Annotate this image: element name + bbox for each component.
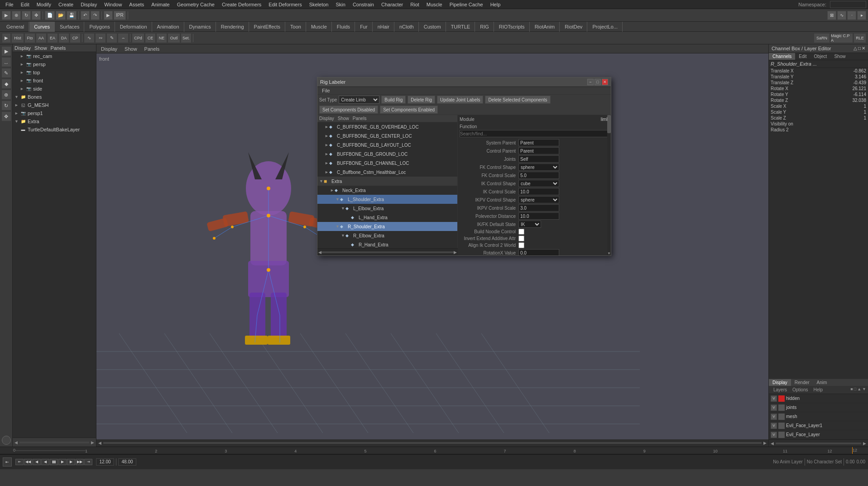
menu-edit[interactable]: Edit xyxy=(17,2,33,7)
icon-pencil[interactable]: ✎ xyxy=(106,33,117,43)
fk-scale-input[interactable] xyxy=(518,172,559,179)
dialog-tree-show[interactable]: Show xyxy=(338,116,349,121)
layer-tab-render[interactable]: Render xyxy=(791,379,813,386)
menu-riot[interactable]: Riot xyxy=(407,2,423,7)
playback-play[interactable]: ▶ xyxy=(58,459,67,465)
tab-painteffects[interactable]: PaintEffects xyxy=(249,22,286,32)
toolbar-open[interactable]: 📂 xyxy=(56,11,66,20)
playback-prev-frame[interactable]: ◀ xyxy=(33,459,41,465)
tree-scrollbar[interactable] xyxy=(321,251,454,253)
playback-next-frame[interactable]: ▶ xyxy=(67,459,75,465)
props-scroll-thumb[interactable] xyxy=(607,115,611,133)
current-frame-input[interactable] xyxy=(96,458,114,466)
channel-translate-x[interactable]: Translate X -0.862 xyxy=(769,68,868,74)
layer-scroll-right[interactable]: ▶ xyxy=(863,441,866,446)
anim-first-key[interactable]: ⇤ xyxy=(3,457,12,467)
toolbar-select[interactable]: ▶ xyxy=(2,11,11,20)
tab-riotanim[interactable]: RiotAnim xyxy=(530,22,560,32)
tab-rig[interactable]: RIG xyxy=(475,22,494,32)
channel-scale-x[interactable]: Scale X 1 xyxy=(769,103,868,109)
channel-scale-y[interactable]: Scale Y 1 xyxy=(769,109,868,115)
tree-item-layout[interactable]: ► ◆ C_BUFFBONE_GLB_LAYOUT_LOC xyxy=(317,140,457,149)
tool-paint[interactable]: ✎ xyxy=(1,68,11,78)
dialog-tree-display[interactable]: Display xyxy=(319,116,334,121)
layer-tab-display[interactable]: Display xyxy=(769,379,791,386)
tool-lasso[interactable]: ⎵ xyxy=(1,57,11,67)
toolbar-render[interactable]: ▶ xyxy=(104,11,113,20)
outliner-item-rec-cam[interactable]: ► 📷 rec_cam xyxy=(13,52,96,60)
tree-scroll-left[interactable]: ◀ xyxy=(318,250,321,255)
tree-item-channel[interactable]: ► ◆ BUFFBONE_GLB_CHANNEL_LOC xyxy=(317,159,457,168)
snap-point[interactable]: ⋅ xyxy=(847,11,856,20)
invert-checkbox[interactable] xyxy=(518,236,524,241)
channel-scale-z[interactable]: Scale Z 1 xyxy=(769,115,868,121)
view-display-menu[interactable]: Display xyxy=(98,46,120,52)
menu-assets[interactable]: Assets xyxy=(125,2,148,7)
tab-riotdev[interactable]: RiotDev xyxy=(560,22,587,32)
cb-close-icon[interactable]: ✕ xyxy=(862,46,865,51)
viewport-hscroll[interactable] xyxy=(103,442,762,444)
icon-curve-ep[interactable]: ∿ xyxy=(84,33,95,43)
align-ik-checkbox[interactable] xyxy=(518,242,524,248)
channel-translate-y[interactable]: Translate Y 3.146 xyxy=(769,74,868,80)
delete-selected-components-btn[interactable]: Delete Selected Components xyxy=(485,96,550,104)
tool-sculpt[interactable]: ◆ xyxy=(1,79,11,89)
menu-skin[interactable]: Skin xyxy=(332,2,349,7)
outliner-item-top[interactable]: ► 📷 top xyxy=(13,68,96,77)
menu-pipeline-cache[interactable]: Pipeline Cache xyxy=(446,2,487,7)
menu-character[interactable]: Character xyxy=(378,2,407,7)
cb-tab-show[interactable]: Show xyxy=(830,53,849,60)
ikpv-shape-select[interactable]: sphere cube xyxy=(518,196,559,203)
icon-aa[interactable]: AA xyxy=(36,33,47,43)
cb-expand-icon[interactable]: □ xyxy=(858,46,861,51)
tab-general[interactable]: General xyxy=(2,22,29,32)
set-components-disabled-btn[interactable]: Set Components Disabled xyxy=(319,106,378,114)
tab-ncloth[interactable]: nCloth xyxy=(395,22,419,32)
tree-item-l-shoulder[interactable]: ▼ ◆ L_Shoulder_Extra xyxy=(317,195,457,204)
icon-hist[interactable]: Hist xyxy=(11,33,24,43)
icon-ne[interactable]: NE xyxy=(156,33,167,43)
menu-create[interactable]: Create xyxy=(55,2,77,7)
tab-projectlo[interactable]: ProjectLo... xyxy=(588,22,623,32)
ikfk-select[interactable]: IK FK xyxy=(518,221,541,228)
cb-tab-edit[interactable]: Edit xyxy=(795,53,810,60)
icon-outl[interactable]: Outl xyxy=(168,33,180,43)
tab-curves[interactable]: Curves xyxy=(29,22,55,32)
tab-fluids[interactable]: Fluids xyxy=(332,22,355,32)
system-parent-input[interactable] xyxy=(518,139,559,146)
set-components-enabled-btn[interactable]: Set Components Enabled xyxy=(380,106,438,114)
outliner-item-front[interactable]: ► 📷 front xyxy=(13,77,96,85)
icon-curve-cv[interactable]: ∾ xyxy=(95,33,106,43)
menu-constrain[interactable]: Constrain xyxy=(349,2,378,7)
outliner-item-gmesh[interactable]: ► ◱ G_MESH xyxy=(13,101,96,109)
icon-select-tool[interactable]: ▶ xyxy=(2,33,11,43)
outliner-scrollbar[interactable] xyxy=(19,442,89,443)
menu-muscle[interactable]: Muscle xyxy=(423,2,446,7)
tab-deformation[interactable]: Deformation xyxy=(115,22,152,32)
range-end-input[interactable] xyxy=(118,458,136,466)
tab-polygons[interactable]: Polygons xyxy=(85,22,115,32)
outliner-scroll-right[interactable]: ▶ xyxy=(91,440,94,445)
layer-icon-2[interactable]: □ xyxy=(854,387,856,393)
icon-da[interactable]: DA xyxy=(58,33,69,43)
tab-fur[interactable]: Fur xyxy=(355,22,373,32)
channel-radius[interactable]: Radius 2 xyxy=(769,127,868,133)
playback-next-key[interactable]: ▶▶ xyxy=(76,459,84,465)
tool-select[interactable]: ▶ xyxy=(1,46,11,56)
tree-item-l-elbow[interactable]: ▼ ◆ L_Elbow_Extra xyxy=(317,204,457,213)
layer-icon-4[interactable]: ▼ xyxy=(862,387,866,393)
tab-dynamics[interactable]: Dynamics xyxy=(185,22,216,32)
icon-cp[interactable]: CP xyxy=(70,33,81,43)
layer-item-evil-face-1[interactable]: V Evil_Face_Layer1 xyxy=(769,421,868,430)
tree-item-extra-folder[interactable]: ▼ ◼ Extra xyxy=(317,177,457,186)
playback-prev-key[interactable]: ◀◀ xyxy=(24,459,32,465)
menu-file[interactable]: File xyxy=(2,2,17,7)
outliner-item-turtle-layer[interactable]: ▬ TurtleDefaultBakeLayer xyxy=(13,125,96,134)
layer-vis-hidden[interactable]: V xyxy=(771,395,777,402)
namespace-input[interactable] xyxy=(830,1,866,8)
menu-help[interactable]: Help xyxy=(487,2,504,7)
tool-rotate[interactable]: ↻ xyxy=(1,101,11,111)
tab-nhair[interactable]: nHair xyxy=(373,22,394,32)
icon-arc[interactable]: ⌢ xyxy=(118,33,129,43)
toolbar-redo[interactable]: ↷ xyxy=(91,11,100,20)
